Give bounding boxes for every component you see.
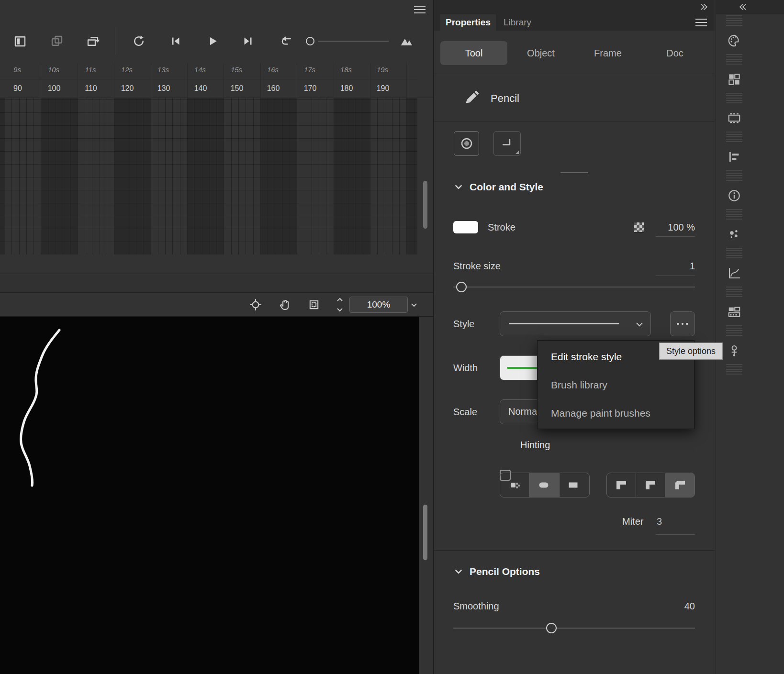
loop-playback-icon[interactable]: [130, 32, 148, 50]
stage-toolbar: 100%: [0, 293, 433, 317]
object-drawing-mode-button[interactable]: [454, 131, 479, 156]
cap-square-button[interactable]: [560, 473, 589, 497]
stroke-size-slider-track[interactable]: [453, 287, 695, 287]
collapse-right-icon[interactable]: [698, 3, 708, 12]
join-bevel-button[interactable]: [665, 473, 694, 497]
step-forward-icon[interactable]: [239, 32, 257, 50]
join-miter-button[interactable]: [607, 473, 636, 497]
stroke-size-label: Stroke size: [453, 261, 501, 272]
timeline-menu-icon[interactable]: [414, 6, 426, 13]
subtab-doc[interactable]: Doc: [641, 41, 708, 65]
ruler-frame-number: 130: [149, 84, 178, 93]
miter-value[interactable]: 3: [657, 516, 685, 527]
playback-speed-knob[interactable]: [306, 37, 314, 45]
chevron-down-icon: [454, 567, 463, 576]
color-style-section-header[interactable]: Color and Style: [454, 181, 543, 193]
smoothing-value[interactable]: 40: [661, 601, 695, 612]
timeline-toolbar: [0, 19, 433, 63]
zoom-dropdown-icon[interactable]: [410, 301, 418, 310]
step-back-icon[interactable]: [167, 32, 185, 50]
ruler-frame-number: 150: [223, 84, 251, 93]
info-icon[interactable]: [727, 188, 742, 203]
particles-icon[interactable]: [727, 227, 742, 242]
timeline-panel: 9s 10s 11s 12s 13s 14s 15s 16s 17s 18s 1…: [0, 0, 433, 274]
subtab-tool[interactable]: Tool: [440, 41, 507, 65]
menu-item-brush-library[interactable]: Brush library: [538, 371, 694, 399]
cap-none-button[interactable]: [500, 473, 530, 497]
subtab-frame[interactable]: Frame: [574, 41, 641, 65]
ruler-seconds: 10s: [41, 66, 67, 74]
ruler-frame-number: 100: [40, 84, 68, 93]
timeline-ruler[interactable]: 9s 10s 11s 12s 13s 14s 15s 16s 17s 18s 1…: [0, 63, 433, 98]
stroke-style-dropdown[interactable]: [500, 311, 651, 336]
frame-picker-icon[interactable]: [727, 110, 742, 126]
docked-panels-strip: [716, 0, 784, 674]
tab-properties[interactable]: Properties: [440, 14, 496, 31]
menu-item-manage-paint-brushes[interactable]: Manage paint brushes: [538, 399, 694, 427]
timeline-scrollbar[interactable]: [423, 181, 427, 229]
timeline-scroll-track[interactable]: [417, 98, 433, 254]
hot-text-underline: [656, 534, 695, 535]
smoothing-slider-track[interactable]: [453, 628, 695, 629]
panel-grip: [726, 248, 742, 260]
cap-button-group: [500, 473, 590, 497]
ruler-seconds: 14s: [187, 66, 213, 74]
expand-left-icon[interactable]: [739, 3, 749, 12]
stage-scroll-track[interactable]: [419, 317, 433, 674]
style-label: Style: [453, 319, 474, 330]
timeline-frame-grid[interactable]: [0, 98, 417, 254]
section-title: Color and Style: [470, 181, 543, 193]
scenes-icon[interactable]: [727, 304, 742, 320]
panel-grip: [726, 325, 742, 337]
panel-grip: [726, 364, 742, 376]
stage-canvas[interactable]: [0, 317, 419, 674]
center-stage-icon[interactable]: [248, 298, 263, 312]
zoom-level-field[interactable]: 100%: [349, 297, 408, 313]
onion-range-icon[interactable]: [397, 32, 415, 50]
edit-multiple-frames-icon[interactable]: [84, 32, 102, 50]
play-icon[interactable]: [203, 32, 222, 50]
hand-tool-icon[interactable]: [277, 298, 291, 312]
tooltip-text: Style options: [666, 346, 716, 356]
ruler-seconds: 11s: [78, 66, 103, 74]
alpha-checker-icon[interactable]: [634, 222, 644, 232]
zoom-stepper[interactable]: [334, 297, 346, 312]
asset-warp-icon[interactable]: [727, 343, 742, 358]
hinting-label: Hinting: [520, 440, 550, 451]
ruler-seconds: 12s: [114, 66, 140, 74]
playback-speed-track[interactable]: [318, 41, 389, 42]
style-options-button[interactable]: [670, 311, 695, 336]
graph-editor-icon[interactable]: [727, 265, 742, 281]
onion-skin-icon[interactable]: [48, 32, 66, 50]
dock-icon-column: [724, 15, 745, 376]
scale-label: Scale: [453, 407, 477, 418]
pencil-tool-icon: [462, 87, 480, 107]
timeline-topbar: [0, 0, 433, 19]
cap-round-button[interactable]: [530, 473, 560, 497]
panel-grip: [726, 209, 742, 221]
swatches-icon[interactable]: [727, 72, 742, 87]
path-mode-button[interactable]: [493, 131, 521, 156]
panel-menu-icon[interactable]: [695, 19, 707, 26]
clip-content-icon[interactable]: [307, 298, 321, 312]
tab-library[interactable]: Library: [496, 14, 539, 31]
stroke-color-swatch[interactable]: [453, 221, 478, 233]
align-icon[interactable]: [727, 149, 742, 165]
panel-grip: [726, 15, 742, 27]
color-palette-icon[interactable]: [727, 33, 742, 48]
stage-scrollbar[interactable]: [423, 505, 427, 560]
ruler-frame-number: 160: [259, 84, 288, 93]
loop-range-icon[interactable]: [277, 32, 295, 50]
pencil-options-section-header[interactable]: Pencil Options: [454, 566, 540, 577]
insert-frames-icon[interactable]: [11, 32, 29, 50]
join-round-button[interactable]: [636, 473, 665, 497]
smoothing-slider-knob[interactable]: [546, 623, 557, 633]
stroke-size-slider-knob[interactable]: [456, 282, 467, 292]
hot-text-underline: [656, 236, 695, 237]
stroke-size-value[interactable]: 1: [656, 261, 695, 272]
subtab-object[interactable]: Object: [507, 41, 574, 65]
stroke-alpha-value[interactable]: 100 %: [652, 222, 695, 233]
section-grip[interactable]: [560, 172, 588, 173]
tooltip: Style options: [659, 343, 723, 360]
ruler-frame-number: 90: [3, 84, 32, 93]
